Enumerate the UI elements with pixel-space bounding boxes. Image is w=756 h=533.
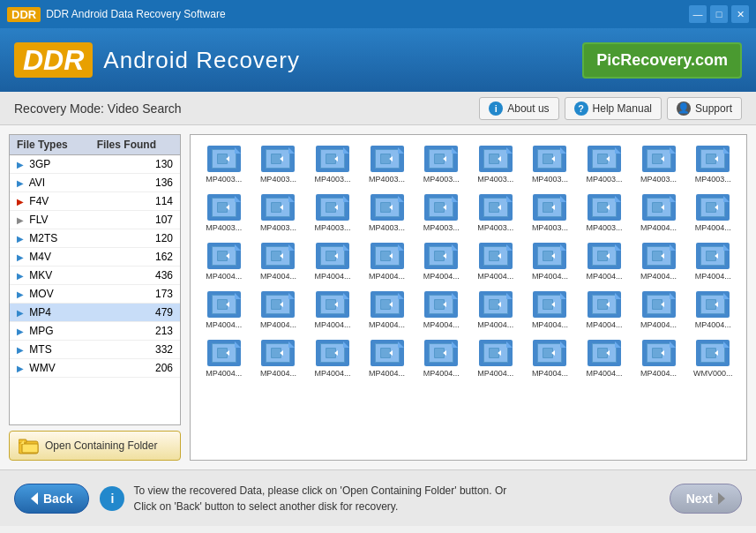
- list-item[interactable]: MP4004...: [632, 288, 685, 333]
- file-thumbnail: [371, 340, 404, 366]
- table-row[interactable]: ▶ MOV 173: [10, 285, 180, 304]
- table-row[interactable]: ▶ FLV 107: [10, 211, 180, 229]
- list-item[interactable]: MP4003...: [415, 191, 468, 236]
- list-item[interactable]: MP4004...: [306, 336, 359, 381]
- list-item[interactable]: MP4004...: [361, 239, 414, 284]
- list-item[interactable]: MP4004...: [198, 336, 251, 381]
- file-thumb-inner: [537, 246, 562, 266]
- file-thumb-inner: [700, 246, 725, 266]
- file-thumb-inner: [537, 295, 562, 314]
- video-icon: [597, 348, 611, 358]
- list-item[interactable]: MP4004...: [632, 191, 685, 236]
- bottom-bar: Back i To view the recovered Data, pleas…: [0, 469, 756, 526]
- list-item[interactable]: MP4003...: [524, 142, 577, 187]
- list-item[interactable]: MP4003...: [198, 142, 251, 187]
- minimize-button[interactable]: —: [689, 5, 707, 23]
- list-item[interactable]: MP4004...: [361, 336, 414, 381]
- table-row[interactable]: ▶ WMV 206: [10, 359, 180, 378]
- list-item[interactable]: MP4003...: [578, 142, 631, 187]
- file-name: MP4004...: [471, 320, 520, 329]
- file-name: MP4003...: [688, 175, 737, 184]
- table-row[interactable]: ▶ 3GP 130: [10, 155, 180, 174]
- help-manual-button[interactable]: ? Help Manual: [565, 97, 662, 120]
- video-icon: [380, 299, 394, 310]
- list-item[interactable]: MP4003...: [578, 191, 631, 236]
- file-thumb-inner: [647, 295, 671, 314]
- list-item[interactable]: MP4004...: [578, 239, 631, 284]
- list-item[interactable]: MP4004...: [306, 288, 359, 333]
- list-item[interactable]: MP4004...: [632, 336, 685, 381]
- file-thumb-inner: [700, 149, 725, 169]
- file-type-icon: ▶: [17, 197, 24, 206]
- next-button[interactable]: Next: [670, 484, 742, 514]
- file-thumb-inner: [375, 198, 400, 217]
- table-row[interactable]: ▶ M2TS 120: [10, 229, 180, 248]
- table-row[interactable]: ▶ MKV 436: [10, 266, 180, 285]
- list-item[interactable]: MP4004...: [578, 288, 631, 333]
- file-thumb-inner: [647, 343, 671, 363]
- list-item[interactable]: MP4003...: [524, 191, 577, 236]
- svg-rect-18: [435, 154, 444, 163]
- list-item[interactable]: MP4003...: [252, 191, 305, 236]
- list-item[interactable]: MP4004...: [686, 288, 739, 333]
- about-us-button[interactable]: i About us: [479, 97, 558, 120]
- table-row[interactable]: ▶ F4V 114: [10, 192, 180, 211]
- list-item[interactable]: MP4004...: [686, 239, 739, 284]
- list-item[interactable]: WMV000...: [686, 336, 739, 381]
- list-item[interactable]: MP4004...: [415, 336, 468, 381]
- open-folder-button[interactable]: Open Containing Folder: [9, 431, 181, 461]
- table-row[interactable]: ▶ MTS 332: [10, 341, 180, 359]
- file-thumbnail: [479, 243, 513, 269]
- list-item[interactable]: MP4004...: [524, 288, 577, 333]
- files-grid-panel[interactable]: MP4003... MP4003... MP4003...: [190, 134, 747, 461]
- close-button[interactable]: ✕: [731, 5, 749, 23]
- table-row[interactable]: ▶ M4V 162: [10, 248, 180, 266]
- list-item[interactable]: MP4004...: [415, 288, 468, 333]
- maximize-button[interactable]: □: [710, 5, 728, 23]
- svg-rect-33: [707, 154, 715, 163]
- file-count-cell: 173: [90, 285, 180, 304]
- table-row[interactable]: ▶ MPG 213: [10, 322, 180, 341]
- table-row[interactable]: ▶ AVI 136: [10, 174, 180, 192]
- list-item[interactable]: MP4003...: [415, 142, 468, 187]
- list-item[interactable]: MP4003...: [469, 191, 522, 236]
- list-item[interactable]: MP4003...: [198, 191, 251, 236]
- list-item[interactable]: MP4003...: [306, 142, 359, 187]
- list-item[interactable]: MP4003...: [469, 142, 522, 187]
- support-button[interactable]: 👤 Support: [667, 97, 742, 120]
- list-item[interactable]: MP4003...: [632, 142, 685, 187]
- svg-rect-141: [490, 349, 498, 357]
- list-item[interactable]: MP4003...: [686, 142, 739, 187]
- video-icon: [652, 348, 666, 358]
- list-item[interactable]: MP4004...: [198, 288, 251, 333]
- list-item[interactable]: MP4004...: [578, 336, 631, 381]
- list-item[interactable]: MP4004...: [524, 239, 577, 284]
- list-item[interactable]: MP4004...: [306, 239, 359, 284]
- list-item[interactable]: MP4004...: [361, 288, 414, 333]
- list-item[interactable]: MP4004...: [198, 239, 251, 284]
- svg-rect-45: [381, 203, 390, 212]
- list-item[interactable]: MP4004...: [632, 239, 685, 284]
- file-name: MP4003...: [199, 223, 249, 232]
- list-item[interactable]: MP4004...: [469, 288, 522, 333]
- list-item[interactable]: MP4003...: [306, 191, 359, 236]
- list-item[interactable]: MP4003...: [361, 142, 414, 187]
- file-thumb-inner: [375, 246, 400, 266]
- list-item[interactable]: MP4004...: [686, 191, 739, 236]
- list-item[interactable]: MP4004...: [524, 336, 577, 381]
- list-item[interactable]: MP4004...: [469, 336, 522, 381]
- list-item[interactable]: MP4004...: [252, 336, 305, 381]
- list-item[interactable]: MP4004...: [469, 239, 522, 284]
- video-icon: [271, 348, 285, 358]
- list-item[interactable]: MP4003...: [252, 142, 305, 187]
- table-row[interactable]: ▶ MP4 479: [10, 304, 180, 322]
- list-item[interactable]: MP4004...: [415, 239, 468, 284]
- list-item[interactable]: MP4004...: [252, 239, 305, 284]
- svg-rect-6: [218, 154, 227, 163]
- file-count-cell: 136: [90, 174, 180, 192]
- list-item[interactable]: MP4003...: [361, 191, 414, 236]
- back-button[interactable]: Back: [14, 484, 89, 514]
- list-item[interactable]: MP4004...: [252, 288, 305, 333]
- bottom-info-text: To view the recovered Data, please click…: [133, 483, 506, 514]
- file-thumbnail: [533, 243, 566, 269]
